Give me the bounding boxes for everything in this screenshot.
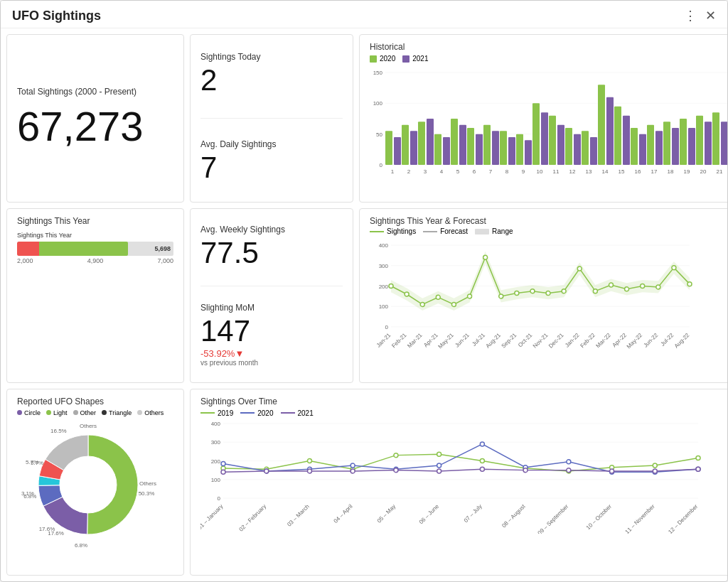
svg-text:5: 5 — [456, 168, 460, 175]
svg-text:11 – November: 11 – November — [624, 502, 656, 533]
historical-chart: 1501005001234567891011121314151617181920… — [370, 65, 727, 182]
shapes-legend: Circle Light Other Triangle Others — [17, 409, 173, 416]
forecast-legend-forecast: Forecast — [440, 227, 468, 235]
svg-point-200 — [350, 469, 355, 473]
svg-rect-47 — [598, 85, 605, 165]
historical-label: Historical — [370, 42, 727, 52]
close-icon[interactable]: ✕ — [705, 8, 716, 23]
svg-text:11: 11 — [553, 168, 560, 175]
avg-daily-value: 7 — [200, 151, 343, 185]
svg-text:12 – December: 12 – December — [667, 502, 699, 533]
svg-text:02 – February: 02 – February — [238, 503, 268, 533]
svg-point-127 — [625, 287, 629, 291]
axis-min: 2,000 — [17, 257, 33, 264]
card-weekly: Avg. Weekly Sightings 77.5 Slighting MoM… — [190, 208, 353, 382]
svg-text:20: 20 — [700, 168, 707, 175]
forecast-label: Sightings This Year & Forecast — [370, 216, 513, 226]
dot-circle — [17, 410, 22, 415]
overtime-legend-2021: 2021 — [281, 409, 314, 417]
card-total-sightings: Total Sightings (2000 - Present) 67,273 — [6, 34, 184, 203]
card-forecast: Sightings This Year & Forecast Sightings… — [359, 208, 727, 382]
avg-weekly-value: 77.5 — [200, 236, 343, 270]
svg-text:Jan-22: Jan-22 — [564, 332, 581, 349]
svg-rect-44 — [582, 131, 589, 165]
svg-rect-36 — [541, 112, 548, 165]
total-sightings-value: 67,273 — [17, 102, 173, 150]
svg-rect-32 — [516, 134, 523, 165]
more-icon[interactable]: ⋮ — [684, 8, 697, 23]
svg-point-205 — [567, 468, 571, 472]
svg-rect-18 — [443, 137, 450, 165]
label-light: Light — [53, 409, 68, 416]
forecast-chart: 0100200300400Jan-21Feb-21Mar-21Apr-21May… — [370, 238, 727, 374]
mom-value: 147 — [200, 314, 343, 348]
svg-rect-63 — [688, 128, 695, 165]
svg-point-128 — [641, 284, 645, 289]
svg-rect-59 — [663, 122, 670, 165]
avg-weekly-block: Avg. Weekly Sightings 77.5 — [200, 225, 343, 270]
svg-marker-111 — [391, 252, 690, 311]
svg-text:Aug-22: Aug-22 — [673, 332, 691, 350]
svg-rect-50 — [614, 107, 621, 165]
svg-point-199 — [307, 469, 311, 473]
svg-text:07 – July: 07 – July — [463, 503, 483, 524]
svg-text:0: 0 — [218, 495, 221, 502]
svg-point-206 — [610, 469, 614, 473]
legend-range: Range — [475, 227, 513, 235]
title-bar: UFO Sightings ⋮ ✕ — [1, 1, 727, 28]
sightings-today-value: 2 — [200, 63, 343, 97]
svg-text:400: 400 — [211, 421, 221, 427]
shape-others: Others — [137, 409, 164, 416]
svg-point-204 — [523, 468, 528, 472]
svg-rect-66 — [705, 122, 712, 165]
svg-text:Mar-21: Mar-21 — [406, 332, 424, 350]
svg-rect-69 — [721, 122, 727, 165]
forecast-legend-sightings: Sightings — [387, 227, 416, 235]
svg-rect-12 — [410, 131, 417, 165]
svg-rect-14 — [418, 122, 425, 165]
mom-block: Slighting MoM 147 -53.92%▼ vs previous m… — [200, 303, 343, 367]
svg-rect-42 — [574, 134, 581, 165]
svg-text:May-21: May-21 — [437, 332, 456, 350]
svg-rect-45 — [590, 137, 597, 165]
svg-rect-33 — [525, 140, 532, 165]
overtime-line-2019 — [200, 412, 215, 414]
svg-text:Sep-21: Sep-21 — [500, 332, 518, 350]
svg-point-129 — [656, 285, 660, 289]
svg-point-116 — [451, 303, 456, 307]
svg-text:9: 9 — [522, 168, 525, 175]
svg-text:15: 15 — [619, 168, 625, 175]
svg-point-114 — [420, 303, 424, 307]
dashboard: Total Sightings (2000 - Present) 67,273 … — [1, 28, 727, 581]
label-others: Others — [144, 409, 164, 416]
this-year-progress-fill — [17, 242, 128, 256]
svg-rect-48 — [606, 97, 614, 165]
svg-text:Mar-22: Mar-22 — [595, 332, 613, 350]
svg-point-183 — [653, 463, 657, 468]
svg-text:100: 100 — [211, 476, 221, 483]
svg-text:0: 0 — [380, 162, 383, 168]
legend-dot-2020 — [370, 55, 377, 63]
svg-text:08 – August: 08 – August — [500, 502, 527, 529]
svg-rect-20 — [451, 119, 458, 165]
svg-rect-27 — [492, 131, 499, 165]
svg-text:150: 150 — [373, 70, 383, 76]
svg-text:Aug-21: Aug-21 — [485, 332, 503, 350]
svg-rect-60 — [672, 128, 679, 165]
shape-triangle: Triangle — [102, 409, 132, 416]
svg-rect-8 — [385, 131, 392, 165]
svg-text:1: 1 — [391, 168, 395, 175]
overtime-legend-2019: 2019 — [200, 409, 233, 417]
svg-text:200: 200 — [379, 284, 389, 290]
mom-change: -53.92%▼ — [200, 348, 343, 359]
svg-text:17.6%: 17.6% — [39, 526, 55, 532]
svg-text:3.1%: 3.1% — [21, 490, 34, 497]
svg-text:Feb-22: Feb-22 — [579, 332, 596, 350]
forecast-line-forecast — [423, 231, 437, 232]
forecast-legend-range: Range — [492, 227, 513, 235]
dot-light — [46, 410, 51, 415]
svg-point-191 — [480, 442, 484, 446]
mom-change-label: vs previous month — [200, 359, 343, 367]
svg-text:300: 300 — [211, 439, 221, 446]
shape-light: Light — [46, 409, 68, 416]
